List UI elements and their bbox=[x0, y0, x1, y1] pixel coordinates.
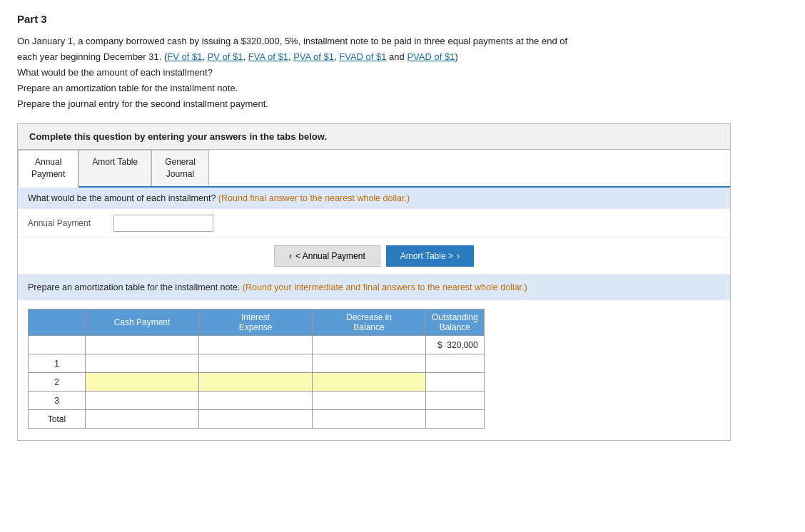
row1-interest-cell[interactable] bbox=[199, 354, 313, 373]
next-label: Amort Table > bbox=[400, 251, 453, 261]
row1-outstanding bbox=[426, 354, 485, 373]
row2-decrease-cell[interactable] bbox=[313, 373, 426, 392]
intro-line4: Prepare an amortization table for the in… bbox=[17, 83, 238, 93]
row3-interest-input[interactable] bbox=[199, 392, 312, 409]
tab-amort-table[interactable]: Amort Table bbox=[79, 150, 151, 186]
installment-hint: (Round final answer to the nearest whole… bbox=[218, 193, 410, 203]
row1-cash-input[interactable] bbox=[86, 354, 198, 372]
installment-section: What would be the amount of each install… bbox=[18, 188, 730, 209]
total-cash-input[interactable] bbox=[86, 410, 198, 428]
col-header-empty bbox=[29, 310, 86, 336]
row3-cash-input[interactable] bbox=[86, 392, 198, 409]
link-fva[interactable]: FVA of $1 bbox=[248, 51, 288, 62]
link-fv[interactable]: FV of $1 bbox=[167, 51, 202, 62]
tab-annual-payment[interactable]: AnnualPayment bbox=[18, 150, 79, 188]
prev-label: < Annual Payment bbox=[295, 251, 365, 261]
row2-cash-input[interactable] bbox=[86, 373, 198, 391]
next-button[interactable]: Amort Table > › bbox=[386, 245, 474, 267]
total-interest-cell[interactable] bbox=[199, 410, 313, 429]
total-interest-input[interactable] bbox=[199, 410, 312, 428]
annual-payment-input[interactable] bbox=[113, 215, 213, 232]
table-row: 1 bbox=[29, 354, 485, 373]
row2-interest-cell[interactable] bbox=[199, 373, 313, 392]
col-header-outstanding: OutstandingBalance bbox=[426, 310, 485, 336]
col-header-cash: Cash Payment bbox=[86, 310, 199, 336]
row3-decrease-cell[interactable] bbox=[313, 392, 426, 410]
total-outstanding bbox=[426, 410, 485, 429]
total-decrease-input[interactable] bbox=[313, 410, 425, 428]
annual-payment-label: Annual Payment bbox=[28, 218, 106, 228]
nav-buttons: ‹ < Annual Payment Amort Table > › bbox=[18, 238, 730, 275]
row3-interest-cell[interactable] bbox=[199, 392, 313, 410]
row1-interest-input[interactable] bbox=[199, 354, 312, 372]
col-header-interest: InterestExpense bbox=[199, 310, 313, 336]
row1-cash-cell[interactable] bbox=[86, 354, 199, 373]
link-fvad[interactable]: FVAD of $1 bbox=[339, 51, 386, 62]
initial-row: $ 320,000 bbox=[29, 336, 485, 354]
initial-decrease bbox=[313, 336, 426, 354]
intro-line2: each year beginning December 31. ( bbox=[17, 51, 167, 62]
row3-cash-cell[interactable] bbox=[86, 392, 199, 410]
row1-decrease-cell[interactable] bbox=[313, 354, 426, 373]
amort-table: Cash Payment InterestExpense Decrease in… bbox=[28, 309, 485, 429]
intro-line1: On January 1, a company borrowed cash by… bbox=[17, 36, 567, 46]
amort-text: Prepare an amortization table for the in… bbox=[28, 282, 240, 292]
row2-decrease-input[interactable] bbox=[313, 373, 425, 391]
amort-hint: (Round your intermediate and final answe… bbox=[243, 282, 527, 292]
row3-label: 3 bbox=[29, 392, 86, 410]
total-label: Total bbox=[29, 410, 86, 429]
row2-outstanding bbox=[426, 373, 485, 392]
row2-interest-input[interactable] bbox=[199, 373, 312, 391]
initial-cash bbox=[86, 336, 199, 354]
tab-content: What would be the amount of each install… bbox=[18, 188, 730, 440]
link-pva[interactable]: PVA of $1 bbox=[293, 51, 334, 62]
tab-general-journal[interactable]: GeneralJournal bbox=[151, 150, 209, 186]
total-decrease-cell[interactable] bbox=[313, 410, 426, 429]
row1-decrease-input[interactable] bbox=[313, 354, 425, 372]
prev-button[interactable]: ‹ < Annual Payment bbox=[274, 245, 380, 267]
intro-text: On January 1, a company borrowed cash by… bbox=[17, 34, 774, 112]
part-title: Part 3 bbox=[17, 13, 788, 25]
link-pvad[interactable]: PVAD of $1 bbox=[407, 51, 455, 62]
installment-text: What would be the amount of each install… bbox=[28, 193, 216, 203]
row3-outstanding bbox=[426, 392, 485, 410]
tabs-area: AnnualPayment Amort Table GeneralJournal… bbox=[17, 150, 731, 441]
annual-payment-row: Annual Payment bbox=[18, 209, 730, 238]
intro-line3: What would be the amount of each install… bbox=[17, 67, 213, 78]
row2-label: 2 bbox=[29, 373, 86, 392]
initial-interest bbox=[199, 336, 313, 354]
tabs-row: AnnualPayment Amort Table GeneralJournal bbox=[18, 150, 730, 188]
amort-section: Prepare an amortization table for the in… bbox=[18, 275, 730, 300]
col-header-decrease: Decrease inBalance bbox=[313, 310, 426, 336]
dollar-sign: $ bbox=[437, 340, 442, 350]
next-icon: › bbox=[457, 251, 460, 261]
table-row-total: Total bbox=[29, 410, 485, 429]
row1-label: 1 bbox=[29, 354, 86, 373]
link-pv[interactable]: PV of $1 bbox=[208, 51, 243, 62]
initial-outstanding: $ 320,000 bbox=[426, 336, 485, 354]
prev-icon: ‹ bbox=[289, 251, 292, 261]
row3-decrease-input[interactable] bbox=[313, 392, 425, 409]
table-row: 2 bbox=[29, 373, 485, 392]
table-row: 3 bbox=[29, 392, 485, 410]
amort-table-wrapper: Cash Payment InterestExpense Decrease in… bbox=[18, 300, 730, 440]
initial-row-label bbox=[29, 336, 86, 354]
total-cash-cell[interactable] bbox=[86, 410, 199, 429]
row2-cash-cell[interactable] bbox=[86, 373, 199, 392]
intro-line5: Prepare the journal entry for the second… bbox=[17, 98, 268, 109]
question-box: Complete this question by entering your … bbox=[17, 123, 731, 150]
question-box-text: Complete this question by entering your … bbox=[29, 131, 327, 142]
